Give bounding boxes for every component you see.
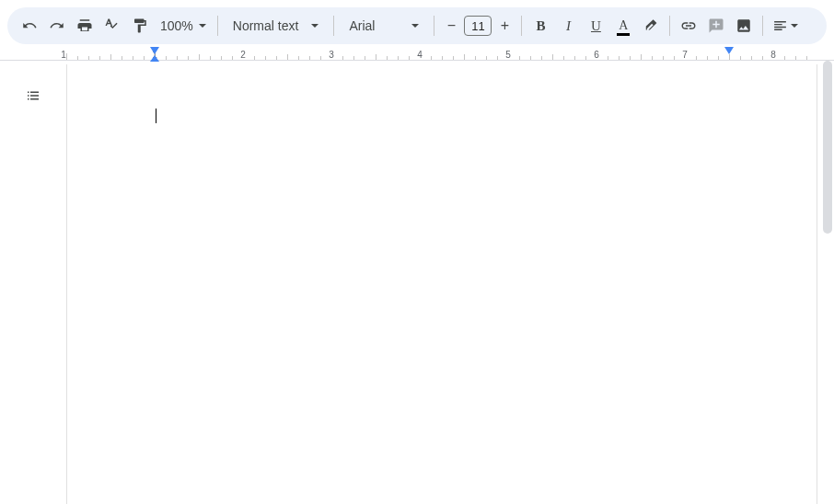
increase-font-button[interactable]: + [493, 15, 515, 37]
separator [333, 16, 334, 36]
workspace [0, 64, 834, 504]
style-value: Normal text [233, 18, 299, 33]
chevron-down-icon [199, 24, 206, 28]
separator [669, 16, 670, 36]
separator [217, 16, 218, 36]
italic-button[interactable]: I [555, 13, 581, 39]
bold-button[interactable]: B [527, 13, 553, 39]
document-page[interactable] [66, 64, 817, 504]
vertical-scrollbar[interactable] [823, 55, 832, 500]
toolbar: 100% Normal text Arial − 11 + B I U A [7, 7, 827, 44]
font-size-group: − 11 + [440, 15, 515, 37]
insert-link-button[interactable] [676, 13, 701, 39]
decrease-font-button[interactable]: − [440, 15, 462, 37]
zoom-value: 100% [160, 18, 193, 33]
highlight-button[interactable] [638, 13, 664, 39]
align-button[interactable] [769, 13, 802, 39]
scrollbar-thumb[interactable] [823, 61, 832, 234]
font-select[interactable]: Arial [340, 18, 428, 33]
font-value: Arial [349, 18, 375, 33]
left-gutter [0, 64, 66, 504]
undo-button[interactable] [17, 13, 42, 39]
chevron-down-icon [311, 24, 319, 28]
paragraph-style-select[interactable]: Normal text [224, 18, 329, 33]
chevron-down-icon [791, 24, 798, 28]
paint-format-button[interactable] [127, 13, 153, 39]
ruler[interactable]: 112345678 [0, 47, 834, 63]
zoom-select[interactable]: 100% [155, 18, 212, 33]
separator [434, 16, 434, 36]
print-button[interactable] [72, 13, 98, 39]
text-cursor [156, 109, 156, 123]
separator [762, 16, 763, 36]
font-size-input[interactable]: 11 [464, 16, 492, 36]
add-comment-button[interactable] [703, 13, 729, 39]
chevron-down-icon [411, 24, 419, 28]
outline-button[interactable] [20, 83, 46, 109]
insert-image-button[interactable] [731, 13, 757, 39]
redo-button[interactable] [44, 13, 70, 39]
underline-button[interactable]: U [583, 13, 608, 39]
text-color-button[interactable]: A [610, 13, 636, 39]
separator [521, 16, 522, 36]
spellcheck-button[interactable] [99, 13, 125, 39]
